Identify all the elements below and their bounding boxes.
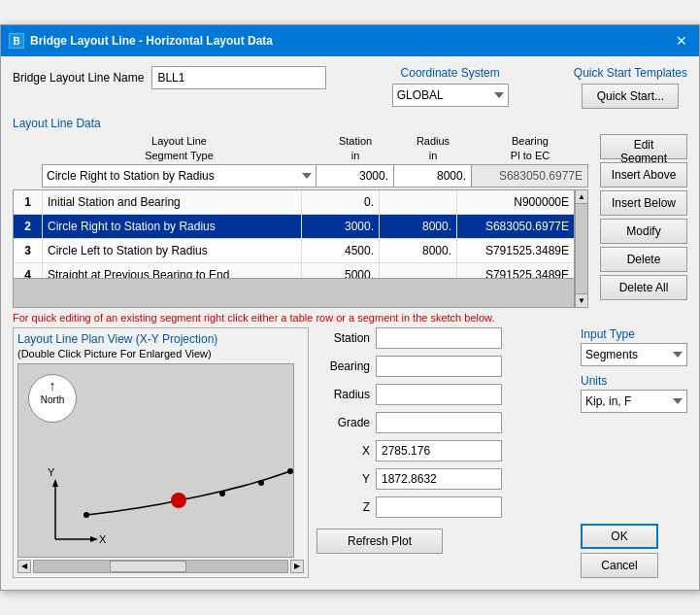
modify-button[interactable]: Modify (600, 219, 687, 244)
row-type: Circle Left to Station by Radius (43, 239, 302, 262)
coord-system-select[interactable]: GLOBAL LOCAL (392, 84, 509, 107)
grade-row: Grade (317, 412, 573, 433)
input-type-select[interactable]: Segments Points (581, 343, 687, 366)
scroll-thumb-horiz (110, 561, 185, 572)
y-field[interactable] (376, 468, 502, 490)
segment-station-input[interactable] (317, 164, 394, 188)
vertical-scrollbar[interactable]: ▲ ▼ (575, 189, 588, 308)
svg-text:Y: Y (48, 466, 55, 478)
row-bearing: S683050.6977E (457, 215, 574, 238)
window-title: Bridge Layout Line - Horizontal Layout D… (30, 34, 273, 48)
input-type-group: Input Type Segments Points (581, 327, 687, 366)
row-type: Circle Right to Station by Radius (43, 215, 302, 238)
table-scroll[interactable]: 1 Initial Station and Bearing 0. N900000… (14, 190, 574, 278)
y-row: Y (317, 468, 573, 490)
refresh-plot-button[interactable]: Refresh Plot (317, 529, 443, 554)
delete-button[interactable]: Delete (600, 247, 687, 272)
bearing-label: Bearing (317, 359, 370, 373)
plan-view-svg: Y X (18, 364, 294, 558)
row-type: Initial Station and Bearing (43, 190, 302, 214)
row-radius: 8000. (380, 239, 457, 262)
radius-label: Radius (317, 388, 370, 401)
row-radius (380, 190, 457, 214)
layout-table-area: 1 Initial Station and Bearing 0. N900000… (13, 189, 588, 308)
svg-point-8 (219, 491, 225, 496)
col-bearing: BearingPl to EC (472, 134, 588, 162)
insert-below-button[interactable]: Insert Below (600, 190, 687, 216)
svg-point-7 (171, 493, 186, 508)
ok-button[interactable]: OK (581, 524, 658, 549)
app-icon: B (9, 33, 24, 49)
units-select[interactable]: Kip, in, F Kip, ft, F (581, 390, 687, 413)
insert-above-button[interactable]: Insert Above (600, 162, 687, 188)
layout-section: Layout Line Data Layout LineSegment Type… (13, 117, 687, 308)
layout-body: Layout LineSegment Type Stationin Radius… (13, 134, 687, 308)
row-radius: 8000. (380, 215, 457, 238)
bearing-field[interactable] (376, 356, 502, 377)
table-row[interactable]: 2 Circle Right to Station by Radius 3000… (14, 215, 574, 239)
ok-cancel-group: OK Cancel (581, 524, 687, 578)
horizontal-scrollbar[interactable]: ◀ ▶ (17, 560, 304, 573)
svg-marker-2 (52, 479, 58, 487)
scroll-left-arrow[interactable]: ◀ (17, 560, 31, 573)
title-bar-left: B Bridge Layout Line - Horizontal Layout… (9, 33, 273, 49)
bottom-section: Layout Line Plan View (X-Y Projection) (… (13, 327, 687, 578)
coord-system-section: Coordinate System GLOBAL LOCAL (392, 66, 509, 107)
cancel-button[interactable]: Cancel (581, 553, 658, 578)
segment-radius-input[interactable] (394, 164, 472, 188)
edit-segment-button[interactable]: Edit Segment (600, 134, 687, 159)
z-field[interactable] (376, 496, 502, 518)
quick-start-section: Quick Start Templates Quick Start... (574, 66, 687, 109)
refresh-plot-container: Refresh Plot (317, 529, 573, 554)
content-area: Bridge Layout Line Name Coordinate Syste… (1, 56, 699, 590)
table-row[interactable]: 1 Initial Station and Bearing 0. N900000… (14, 190, 574, 215)
bearing-row: Bearing (317, 356, 573, 377)
scroll-right-arrow[interactable]: ▶ (290, 560, 304, 573)
row-station: 4500. (302, 239, 380, 262)
quick-start-button[interactable]: Quick Start... (582, 84, 679, 109)
close-button[interactable]: ✕ (672, 31, 691, 51)
col-station: Stationin (317, 134, 394, 162)
svg-point-6 (83, 512, 89, 518)
coord-system-label: Coordinate System (401, 66, 500, 80)
table-row[interactable]: 4 Straight at Previous Bearing to End 50… (14, 263, 574, 278)
segment-type-select[interactable]: Circle Right to Station by Radius Circle… (42, 164, 317, 188)
plan-view-title: Layout Line Plan View (X-Y Projection) (17, 332, 304, 346)
delete-all-button[interactable]: Delete All (600, 275, 687, 300)
main-window: B Bridge Layout Line - Horizontal Layout… (0, 24, 700, 591)
row-bearing: N900000E (457, 190, 574, 214)
scroll-down-arrow[interactable]: ▼ (576, 293, 587, 307)
layout-section-label: Layout Line Data (13, 117, 687, 130)
row-station: 0. (302, 190, 380, 214)
row-station: 3000. (302, 215, 380, 238)
header-section: Bridge Layout Line Name Coordinate Syste… (13, 66, 687, 109)
svg-point-9 (258, 480, 264, 486)
station-field[interactable] (376, 327, 502, 349)
row-bearing: S791525.3489E (457, 263, 574, 278)
scroll-track (576, 204, 587, 293)
bridge-name-input[interactable] (151, 66, 326, 89)
quick-edit-note: For quick editing of an existing segment… (13, 312, 687, 324)
scroll-up-arrow[interactable]: ▲ (576, 190, 587, 204)
y-label: Y (317, 472, 370, 486)
grade-field[interactable] (376, 412, 502, 433)
table-container: 1 Initial Station and Bearing 0. N900000… (13, 189, 575, 308)
radius-row: Radius (317, 384, 573, 405)
row-num: 1 (14, 190, 43, 214)
plan-canvas[interactable]: ↑ North Y X (17, 363, 294, 558)
table-row[interactable]: 3 Circle Left to Station by Radius 4500.… (14, 239, 574, 263)
quick-start-label: Quick Start Templates (574, 66, 687, 80)
svg-point-10 (287, 468, 293, 474)
bridge-name-label: Bridge Layout Line Name (13, 71, 144, 85)
svg-marker-3 (90, 536, 98, 542)
x-field[interactable] (376, 440, 502, 461)
right-button-group: Edit Segment Insert Above Insert Below M… (600, 134, 687, 308)
row-bearing: S791525.3489E (457, 239, 574, 262)
grade-label: Grade (317, 416, 370, 429)
col-radius: Radiusin (394, 134, 472, 162)
empty-rows (14, 278, 574, 307)
station-row: Station (317, 327, 573, 349)
radius-field[interactable] (376, 384, 502, 405)
col-num (13, 134, 42, 162)
svg-text:X: X (99, 533, 107, 545)
